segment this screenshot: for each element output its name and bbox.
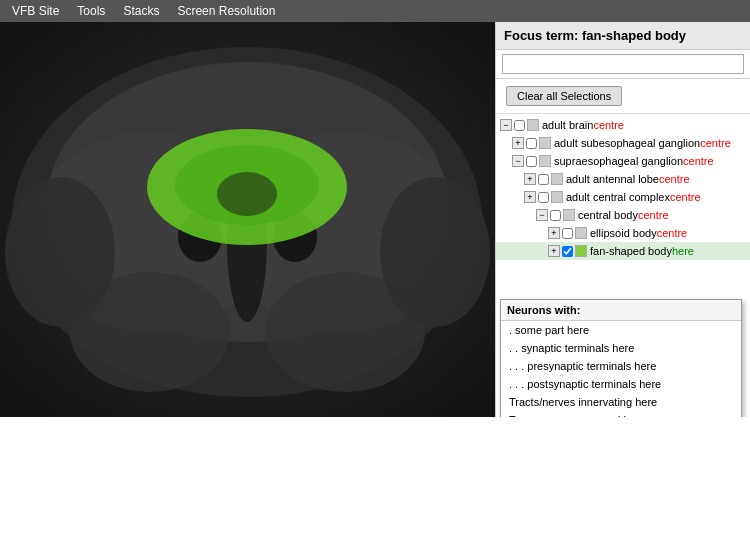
label-antennal: adult antennal lobe [566, 171, 659, 187]
menu-tools[interactable]: Tools [69, 1, 113, 21]
label-central-complex: adult central complex [566, 189, 670, 205]
tree-item-central-complex[interactable]: + adult central complex centre [496, 188, 750, 206]
popup-postsynaptic[interactable]: . . . postsynaptic terminals here [501, 375, 741, 393]
tree-item-fan-shaped[interactable]: + fan-shaped body here [496, 242, 750, 260]
cb-subesoph[interactable] [526, 138, 537, 149]
popup-tracts[interactable]: Tracts/nerves innervating here [501, 393, 741, 411]
color-adult-brain [527, 119, 539, 131]
tree-item-subesoph[interactable]: + adult subesophageal ganglion centre [496, 134, 750, 152]
link-adult-brain[interactable]: centre [593, 117, 624, 133]
neuron-popup: Neurons with: . some part here . . synap… [500, 299, 742, 417]
cb-fan-shaped[interactable] [562, 246, 573, 257]
color-central-complex [551, 191, 563, 203]
tree-item-ellipsoid[interactable]: + ellipsoid body centre [496, 224, 750, 242]
cb-antennal[interactable] [538, 174, 549, 185]
tree-item-central-body[interactable]: − central body centre [496, 206, 750, 224]
link-supraeosph[interactable]: centre [683, 153, 714, 169]
tree-item-antennal[interactable]: + adult antennal lobe centre [496, 170, 750, 188]
color-ellipsoid [575, 227, 587, 239]
focus-term-label: Focus term: fan-shaped body [496, 22, 750, 50]
brain-svg [0, 22, 495, 417]
cb-supraeosph[interactable] [526, 156, 537, 167]
label-adult-brain: adult brain [542, 117, 593, 133]
menu-screen-resolution[interactable]: Screen Resolution [169, 1, 283, 21]
svg-point-7 [5, 177, 115, 327]
label-fan-shaped: fan-shaped body [590, 243, 672, 259]
link-ellipsoid[interactable]: centre [657, 225, 688, 241]
label-subesoph: adult subesophageal ganglion [554, 135, 700, 151]
cb-adult-brain[interactable] [514, 120, 525, 131]
link-central-complex[interactable]: centre [670, 189, 701, 205]
link-fan-shaped[interactable]: here [672, 243, 694, 259]
label-central-body: central body [578, 207, 638, 223]
clear-all-button[interactable]: Clear all Selections [506, 86, 622, 106]
tree-item-adult-brain[interactable]: − adult brain centre [496, 116, 750, 134]
cb-central-complex[interactable] [538, 192, 549, 203]
color-central-body [563, 209, 575, 221]
label-ellipsoid: ellipsoid body [590, 225, 657, 241]
link-antennal[interactable]: centre [659, 171, 690, 187]
tree-area[interactable]: − adult brain centre + adult subesophage… [496, 114, 750, 417]
toggle-subesoph[interactable]: + [512, 137, 524, 149]
toggle-adult-brain[interactable]: − [500, 119, 512, 131]
tree-item-supraeosph[interactable]: − supraesophageal ganglion centre [496, 152, 750, 170]
toggle-supraeosph[interactable]: − [512, 155, 524, 167]
color-fan-shaped [575, 245, 587, 257]
menu-stacks[interactable]: Stacks [115, 1, 167, 21]
link-subesoph[interactable]: centre [700, 135, 731, 151]
link-central-body[interactable]: centre [638, 207, 669, 223]
toggle-central-body[interactable]: − [536, 209, 548, 221]
main-container: Focus term: fan-shaped body Clear all Se… [0, 22, 750, 559]
search-bar-area [496, 50, 750, 79]
color-subesoph [539, 137, 551, 149]
cb-ellipsoid[interactable] [562, 228, 573, 239]
toggle-central-complex[interactable]: + [524, 191, 536, 203]
cb-central-body[interactable] [550, 210, 561, 221]
label-supraeosph: supraesophageal ganglion [554, 153, 683, 169]
brain-image-area [0, 22, 495, 417]
toggle-ellipsoid[interactable]: + [548, 227, 560, 239]
right-panel: Focus term: fan-shaped body Clear all Se… [495, 22, 750, 417]
toggle-fan-shaped[interactable]: + [548, 245, 560, 257]
popup-transgenes[interactable]: Transgenes expressed here [501, 411, 741, 417]
menu-bar: VFB Site Tools Stacks Screen Resolution [0, 0, 750, 22]
popup-synaptic[interactable]: . . synaptic terminals here [501, 339, 741, 357]
color-antennal [551, 173, 563, 185]
popup-title: Neurons with: [501, 300, 741, 321]
svg-point-13 [217, 172, 277, 216]
toggle-antennal[interactable]: + [524, 173, 536, 185]
svg-point-8 [380, 177, 490, 327]
popup-some-part[interactable]: . some part here [501, 321, 741, 339]
popup-presynaptic[interactable]: . . . presynaptic terminals here [501, 357, 741, 375]
menu-vfb-site[interactable]: VFB Site [4, 1, 67, 21]
color-supraeosph [539, 155, 551, 167]
search-input[interactable] [502, 54, 744, 74]
